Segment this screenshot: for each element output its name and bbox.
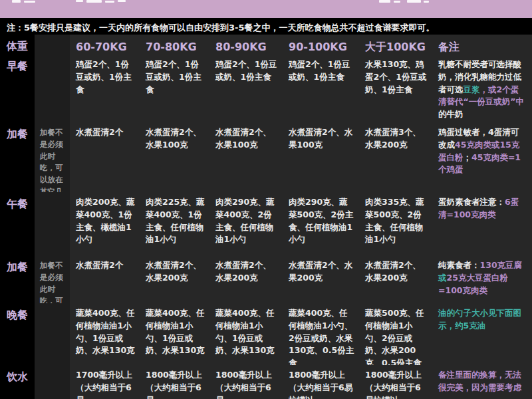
- banner-clipped-text: [76, 0, 83, 2]
- row-label-snack-2: 加餐: [0, 255, 35, 303]
- top-banner: [0, 0, 532, 18]
- diet-table: 体重 60-70KG 70-80KG 80-90KG 90-100KG 大于10…: [0, 35, 532, 399]
- remark-segment: 25克大豆蛋白粉=100克肉类: [438, 273, 508, 295]
- note-line: 注：5餐安排只是建议，一天内的所有食物可以自由安排到3-5餐之中，一天所吃食物总…: [0, 18, 532, 35]
- remark-water: 备注里面的换算，无法很完美，因为需要考虑: [432, 365, 532, 399]
- table-row-breakfast: 早餐鸡蛋2个、1份豆或奶、1份主食鸡蛋2个、1份豆或奶、1份主食鸡蛋2个、1份豆…: [0, 55, 532, 122]
- snack-timing-note: 加餐不是必须此时吃，可以放在其它几餐吃。: [35, 122, 70, 192]
- cell-water-70-80kg: 1800毫升以上（大约相当于6易: [140, 365, 209, 399]
- cell-lunch-over-100kg: 肉类335克、蔬菜500克、2份主食、任何植物油1小勺: [359, 192, 432, 255]
- banner-clipped-text: [379, 0, 390, 3]
- header-weight: 体重: [0, 35, 35, 55]
- table-row-dinner: 晚餐蔬菜400克、任何植物油油1小勺、1份豆或奶、水果130克蔬菜400克、任何…: [0, 303, 532, 365]
- cell-snack-2-60-70kg: 水煮蛋清2个: [70, 255, 140, 303]
- header-strip-spacer: [35, 35, 70, 55]
- snack-timing-note: 加餐不是必须此时吃，可以放在其它几餐吃。: [35, 255, 70, 303]
- cell-lunch-80-90kg: 肉类290克、蔬菜400克、2份主食、任何植物油1小勺: [209, 192, 283, 255]
- cell-breakfast-90-100kg: 鸡蛋2个、1份豆或奶、1份主食: [283, 55, 359, 122]
- remark-segment: ；: [464, 152, 472, 162]
- remark-snack-2: 纯素食者：130克豆腐或25克大豆蛋白粉=100克肉类: [432, 255, 532, 303]
- cell-lunch-90-100kg: 肉类290克、蔬菜500克、2份主食、任何植物油1小勺: [283, 192, 359, 255]
- header-col-70-80kg: 70-80KG: [140, 35, 209, 55]
- table-row-water: 饮水1700毫升以上（大约相当于6易1800毫升以上（大约相当于6易1800毫升…: [0, 365, 532, 399]
- remark-segment: 蛋奶素食者注意：: [438, 197, 505, 207]
- remark-segment: 油的勺子大小见下面图示，约5克油: [438, 308, 521, 331]
- row-label-snack-1: 加餐: [0, 122, 35, 192]
- cell-breakfast-80-90kg: 鸡蛋2个、1份豆或奶、1份主食: [209, 55, 283, 122]
- remark-breakfast: 乳糖不耐受者可选择酸奶，消化乳糖能力过低者可选豆浆，或2个蛋清替代“一份豆或奶”…: [432, 55, 532, 122]
- remark-segment: 或: [438, 273, 447, 283]
- table-row-snack-2: 加餐加餐不是必须此时吃，可以放在其它几餐吃。水煮蛋清2个水煮蛋清2个、水果200…: [0, 255, 532, 303]
- table-row-snack-1: 加餐加餐不是必须此时吃，可以放在其它几餐吃。水煮蛋清2个水煮蛋清2个、水果100…: [0, 122, 532, 192]
- cell-water-80-90kg: 1800毫升以上（大约相当于6易: [209, 365, 283, 399]
- cell-snack-2-70-80kg: 水煮蛋清2个、水果200克: [140, 255, 209, 303]
- cell-snack-1-60-70kg: 水煮蛋清2个: [70, 122, 140, 192]
- remark-dinner: 油的勺子大小见下面图示，约5克油: [432, 303, 532, 365]
- cell-water-60-70kg: 1700毫升以上（大约相当于6易: [70, 365, 140, 399]
- cell-dinner-over-100kg: 蔬菜500克、任何植物油1小勺、2份豆或奶、水果200克、0.5份主食: [359, 303, 432, 365]
- remark-segment: 的牛奶: [438, 109, 464, 119]
- cell-dinner-80-90kg: 蔬菜400克、任何植物油1小勺、1份豆或奶、水果130克: [209, 303, 283, 365]
- cell-snack-2-over-100kg: 水煮蛋清2个、水果200克: [359, 255, 432, 303]
- remark-segment: 豆浆: [464, 84, 480, 94]
- header-col-90-100kg: 90-100KG: [283, 35, 359, 55]
- cell-water-90-100kg: 1800毫升以上（大约相当于6易拉罐以: [283, 365, 359, 399]
- strip-spacer: [35, 55, 70, 122]
- cell-snack-1-70-80kg: 水煮蛋清2个、水果100克: [140, 122, 209, 192]
- cell-snack-1-80-90kg: 水煮蛋清2个、水果100克: [209, 122, 283, 192]
- cell-snack-1-over-100kg: 水煮蛋清3个、水果200克: [359, 122, 432, 192]
- cell-snack-2-90-100kg: 水煮蛋清2个、水果200克: [283, 255, 359, 303]
- header-col-over-100kg: 大于100KG: [359, 35, 432, 55]
- banner-clipped-text: [394, 1, 400, 3]
- cell-breakfast-60-70kg: 鸡蛋2个、1份豆或奶、1份主食: [70, 55, 140, 122]
- remark-segment: 纯素食者：: [438, 260, 480, 270]
- banner-clipped-text: [105, 1, 114, 3]
- cell-lunch-70-80kg: 肉类225克、蔬菜400克、1份主食、任何植物油1小勺: [140, 192, 209, 255]
- strip-spacer: [35, 192, 70, 255]
- banner-clipped-text: [424, 1, 429, 3]
- cell-snack-2-80-90kg: 水煮蛋清2个、水果200克: [209, 255, 283, 303]
- header-col-remark: 备注: [432, 35, 532, 55]
- table-row-lunch: 午餐肉类200克、蔬菜400克、1份主食、橄榄油1小勺肉类225克、蔬菜400克…: [0, 192, 532, 255]
- row-label-breakfast: 早餐: [0, 55, 35, 122]
- table-header-row: 体重 60-70KG 70-80KG 80-90KG 90-100KG 大于10…: [0, 35, 532, 55]
- row-label-dinner: 晚餐: [0, 303, 35, 365]
- banner-clipped-text: [12, 0, 21, 3]
- strip-spacer: [35, 365, 70, 399]
- cell-breakfast-over-100kg: 水果130克、鸡蛋2个、1份豆或奶、1份主食: [359, 55, 432, 122]
- banner-clipped-text: [24, 1, 35, 3]
- banner-clipped-text: [118, 0, 126, 2]
- banner-clipped-text: [407, 0, 421, 3]
- header-col-80-90kg: 80-90KG: [209, 35, 283, 55]
- cell-water-over-100kg: 1800毫升以上（大约相当于6易拉罐以: [359, 365, 432, 399]
- remark-segment: 130克豆腐: [480, 260, 523, 270]
- cell-lunch-60-70kg: 肉类200克、蔬菜400克、1份主食、橄榄油1小勺: [70, 192, 140, 255]
- cell-breakfast-70-80kg: 鸡蛋2个、1份豆或奶、1份主食: [140, 55, 209, 122]
- cell-snack-1-90-100kg: 水煮蛋清2个、水果100克: [283, 122, 359, 192]
- remark-segment: 备注里面的换算，无法很完美，因为需要考虑: [438, 370, 521, 392]
- remark-lunch: 蛋奶素食者注意：6蛋清=100克肉类: [432, 192, 532, 255]
- cell-dinner-60-70kg: 蔬菜400克、任何植物油油1小勺、1份豆或奶、水果130克: [70, 303, 140, 365]
- cell-dinner-90-100kg: 蔬菜400克、任何植物油1小勺、2份豆或奶、水果130克、0.5份主食: [283, 303, 359, 365]
- table-body: 早餐鸡蛋2个、1份豆或奶、1份主食鸡蛋2个、1份豆或奶、1份主食鸡蛋2个、1份豆…: [0, 55, 532, 399]
- strip-spacer: [35, 303, 70, 365]
- cell-dinner-70-80kg: 蔬菜400克、任何植物油1小勺、1份豆或奶、水果130克: [140, 303, 209, 365]
- row-label-lunch: 午餐: [0, 192, 35, 255]
- remark-snack-1: 鸡蛋过敏者，4蛋清可改成45克肉类或15克蛋白粉；45克肉类=1个鸡蛋: [432, 122, 532, 192]
- banner-clipped-text: [86, 0, 102, 3]
- row-label-water: 饮水: [0, 365, 35, 399]
- header-col-60-70kg: 60-70KG: [70, 35, 140, 55]
